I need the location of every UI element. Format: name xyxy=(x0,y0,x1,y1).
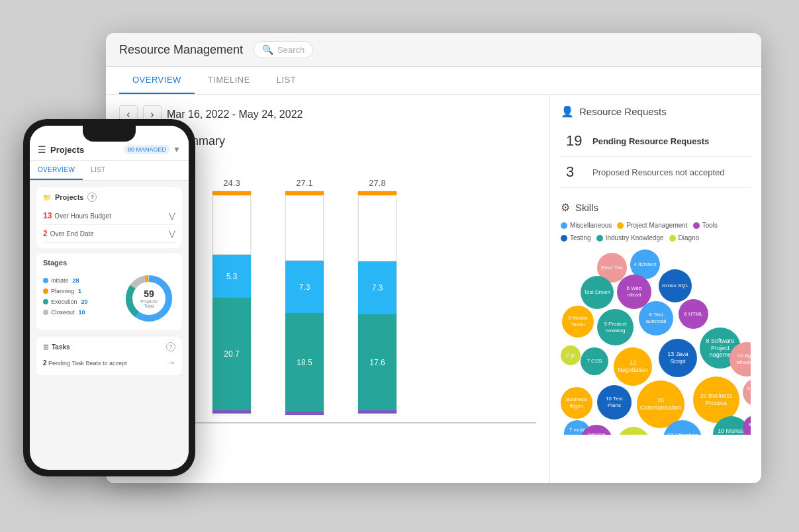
proposed-label: Proposed Resources not accepted xyxy=(592,167,724,177)
skill-bubble-15: Business llligen xyxy=(561,387,592,419)
pending-count: 19 xyxy=(566,132,585,150)
legend-dot-diagno xyxy=(669,235,676,242)
folder-icon: 📁 xyxy=(43,194,51,201)
stages-layout: Initiate 28 Planning 1 Execution 20 xyxy=(43,272,175,325)
phone-badge: 80 MANAGED xyxy=(124,145,170,154)
phone-screen: ☰ Projects 80 MANAGED ▼ OVERVIEW LIST 📁 … xyxy=(30,126,189,470)
resource-requests-title: 👤 Resource Requests xyxy=(561,105,751,118)
bar-blue-4: 7.3 xyxy=(358,261,397,314)
bar-green-3: 18.5 xyxy=(285,313,324,412)
legend-dot-testing xyxy=(561,235,567,242)
over-hours-label: Over Hours Budget xyxy=(54,212,111,220)
over-date-row: 2 Over End Date ⋁ xyxy=(43,225,175,243)
proposed-requests-item[interactable]: 3 Proposed Resources not accepted xyxy=(561,157,751,188)
over-date-count: 2 xyxy=(43,229,48,238)
bar-green-4: 17.6 xyxy=(358,314,397,410)
search-placeholder: Search xyxy=(277,45,305,55)
skill-bubble-8: 6 HTML xyxy=(679,299,708,329)
resource-requests-section: 👤 Resource Requests 19 Pending Resource … xyxy=(561,105,751,188)
skills-icon: ⚙ xyxy=(561,201,570,214)
tasks-title: Tasks xyxy=(52,343,70,351)
over-hours-row: 13 Over Hours Budget ⋁ xyxy=(43,207,175,225)
stage-initiate: Initiate 28 xyxy=(43,277,117,284)
nav-tabs: OVERVIEW TIMELINE LIST xyxy=(106,67,761,95)
bar-white-2 xyxy=(212,195,251,255)
stage-count-execution: 20 xyxy=(81,298,88,305)
legend-misc: Miscellaneous xyxy=(561,222,612,229)
tasks-icon: ☰ xyxy=(43,343,49,351)
bar-group-2: 24.3 5.3 20.7 xyxy=(205,178,258,416)
phone-body: 📁 Projects ? 13 Over Hours Budget ⋁ 2 Ov… xyxy=(30,181,189,470)
bar-top-label-4: 27.8 xyxy=(369,178,385,188)
search-bar[interactable]: 🔍 Search xyxy=(254,41,313,58)
skill-bubble-2: Test Driven xyxy=(581,276,614,309)
skill-bubble-20: 9 SCRU M xyxy=(743,378,751,406)
skills-section: ⚙ Skills Miscellaneous Project Managemen… xyxy=(561,201,751,435)
skill-bubble-6: 9 Product nowledg xyxy=(597,309,634,345)
projects-help-icon[interactable]: ? xyxy=(87,193,97,202)
desktop-window: Resource Management 🔍 Search OVERVIEW TI… xyxy=(106,33,761,483)
stage-name-execution: Execution xyxy=(51,298,77,305)
legend-tools: Tools xyxy=(693,222,718,229)
bubbles-container: Error Too4 ItchitectTest Driven6 Web oli… xyxy=(561,249,751,435)
donut-chart: 59 Projects Total xyxy=(122,272,175,325)
stage-planning: Planning 1 xyxy=(43,288,117,294)
legend-pm: Project Management xyxy=(617,222,687,229)
projects-section-title: 📁 Projects ? xyxy=(43,193,175,202)
pending-requests-item[interactable]: 19 Pending Resource Requests xyxy=(561,126,751,157)
over-hours-expand[interactable]: ⋁ xyxy=(169,211,175,220)
skill-bubble-10: 7 CSS xyxy=(581,347,608,375)
phone-badge-container: 80 MANAGED ▼ xyxy=(124,145,181,154)
stage-dot-closeout xyxy=(43,310,48,315)
bar-blue-2: 5.3 xyxy=(212,255,251,298)
phone-app-title: Projects xyxy=(50,145,84,155)
right-panel: 👤 Resource Requests 19 Pending Resource … xyxy=(549,95,761,483)
proposed-count: 3 xyxy=(566,163,585,181)
skills-title: ⚙ Skills xyxy=(561,201,751,214)
legend-diagno: Diagno xyxy=(669,234,700,242)
hamburger-icon[interactable]: ☰ xyxy=(38,144,46,155)
tab-overview[interactable]: OVERVIEW xyxy=(119,67,195,94)
tasks-chevron-icon[interactable]: → xyxy=(167,358,175,367)
skill-bubble-24: 12 preadsheet xyxy=(617,427,650,435)
phone-tab-list[interactable]: LIST xyxy=(83,161,113,180)
tasks-section: ☰ Tasks ? 2 Pending Task Beats to accept… xyxy=(36,337,182,375)
stages-section-title: Stages xyxy=(43,259,175,267)
pending-task-count: 2 xyxy=(43,359,47,367)
phone-notch xyxy=(83,126,136,142)
bar-green-2: 20.7 xyxy=(212,298,251,410)
skill-bubble-27: 9 Prog nag xyxy=(743,415,751,435)
skill-bubble-11: 12 Negotiation xyxy=(614,347,652,386)
bar-white-4 xyxy=(358,195,397,261)
phone-header-left: ☰ Projects xyxy=(38,144,84,155)
tasks-help-icon[interactable]: ? xyxy=(166,342,175,351)
tab-timeline[interactable]: TIMELINE xyxy=(195,67,263,94)
tasks-header: ☰ Tasks ? xyxy=(43,342,175,351)
stage-name-planning: Planning xyxy=(51,288,74,294)
stage-count-planning: 1 xyxy=(78,288,81,294)
stage-dot-execution xyxy=(43,299,48,304)
search-icon: 🔍 xyxy=(262,44,273,55)
over-date-label: Over End Date xyxy=(50,230,94,238)
dropdown-icon[interactable]: ▼ xyxy=(173,145,181,154)
bar-purple-3 xyxy=(285,412,324,415)
pending-tasks-item: 2 Pending Task Beats to accept → xyxy=(43,355,175,370)
over-date-expand[interactable]: ⋁ xyxy=(169,229,175,238)
phone-tabs: OVERVIEW LIST xyxy=(30,161,189,181)
phone-tab-overview[interactable]: OVERVIEW xyxy=(30,161,83,180)
stages-list: Initiate 28 Planning 1 Execution 20 xyxy=(43,277,117,320)
bar-white-3 xyxy=(285,195,324,261)
donut-center: 59 Projects Total xyxy=(136,288,162,308)
bar-stack-2: 5.3 20.7 xyxy=(212,191,252,416)
tab-list[interactable]: LIST xyxy=(263,67,309,94)
stage-closeout: Closeout 10 xyxy=(43,309,117,316)
donut-total: 59 xyxy=(136,288,162,299)
date-range: Mar 16, 2022 - May 24, 2022 xyxy=(167,109,303,120)
stage-count-initiate: 28 xyxy=(73,277,79,284)
stage-count-closeout: 10 xyxy=(79,309,85,316)
bar-group-4: 27.8 7.3 17.6 xyxy=(351,178,404,416)
legend-dot-misc xyxy=(561,222,567,229)
bar-top-label-3: 27.1 xyxy=(296,178,312,188)
skill-bubble-4: Icroso SQL xyxy=(659,269,692,302)
pending-task-label: Pending Task Beats to accept xyxy=(48,360,126,367)
